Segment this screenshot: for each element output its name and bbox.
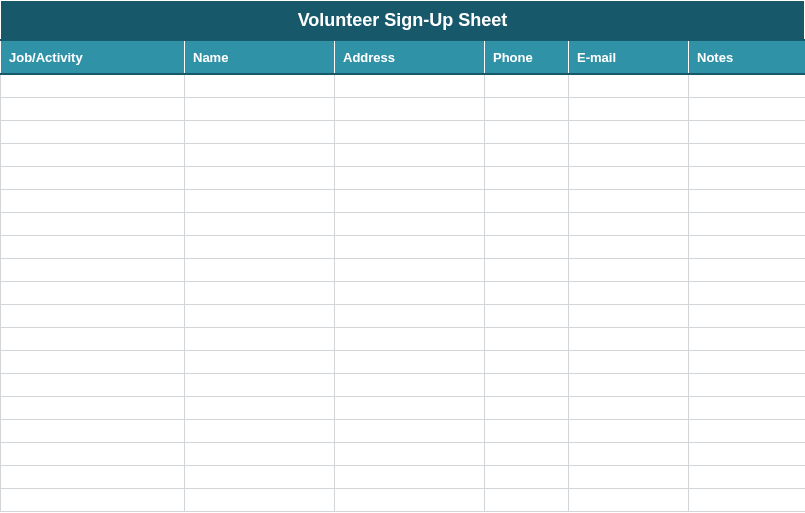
cell-phone[interactable]: [485, 373, 569, 396]
cell-address[interactable]: [335, 258, 485, 281]
cell-name[interactable]: [185, 166, 335, 189]
cell-job[interactable]: [1, 350, 185, 373]
cell-phone[interactable]: [485, 189, 569, 212]
cell-phone[interactable]: [485, 488, 569, 511]
cell-job[interactable]: [1, 97, 185, 120]
cell-address[interactable]: [335, 304, 485, 327]
cell-name[interactable]: [185, 350, 335, 373]
cell-job[interactable]: [1, 396, 185, 419]
cell-notes[interactable]: [689, 212, 806, 235]
cell-job[interactable]: [1, 281, 185, 304]
cell-name[interactable]: [185, 189, 335, 212]
cell-address[interactable]: [335, 212, 485, 235]
cell-address[interactable]: [335, 189, 485, 212]
cell-name[interactable]: [185, 258, 335, 281]
cell-email[interactable]: [569, 258, 689, 281]
cell-address[interactable]: [335, 235, 485, 258]
cell-email[interactable]: [569, 373, 689, 396]
cell-address[interactable]: [335, 97, 485, 120]
cell-notes[interactable]: [689, 120, 806, 143]
cell-notes[interactable]: [689, 327, 806, 350]
cell-phone[interactable]: [485, 327, 569, 350]
cell-address[interactable]: [335, 488, 485, 511]
cell-email[interactable]: [569, 396, 689, 419]
cell-name[interactable]: [185, 74, 335, 97]
cell-name[interactable]: [185, 396, 335, 419]
cell-job[interactable]: [1, 74, 185, 97]
cell-job[interactable]: [1, 465, 185, 488]
cell-job[interactable]: [1, 166, 185, 189]
cell-email[interactable]: [569, 350, 689, 373]
cell-job[interactable]: [1, 327, 185, 350]
cell-notes[interactable]: [689, 97, 806, 120]
cell-name[interactable]: [185, 143, 335, 166]
cell-name[interactable]: [185, 212, 335, 235]
cell-job[interactable]: [1, 419, 185, 442]
cell-name[interactable]: [185, 97, 335, 120]
cell-notes[interactable]: [689, 465, 806, 488]
cell-name[interactable]: [185, 465, 335, 488]
cell-phone[interactable]: [485, 304, 569, 327]
cell-phone[interactable]: [485, 74, 569, 97]
cell-phone[interactable]: [485, 442, 569, 465]
cell-job[interactable]: [1, 488, 185, 511]
cell-address[interactable]: [335, 74, 485, 97]
cell-address[interactable]: [335, 281, 485, 304]
cell-job[interactable]: [1, 189, 185, 212]
cell-address[interactable]: [335, 465, 485, 488]
cell-phone[interactable]: [485, 143, 569, 166]
cell-email[interactable]: [569, 120, 689, 143]
cell-name[interactable]: [185, 419, 335, 442]
cell-job[interactable]: [1, 442, 185, 465]
cell-phone[interactable]: [485, 350, 569, 373]
cell-name[interactable]: [185, 120, 335, 143]
cell-name[interactable]: [185, 488, 335, 511]
cell-email[interactable]: [569, 143, 689, 166]
cell-name[interactable]: [185, 304, 335, 327]
cell-job[interactable]: [1, 235, 185, 258]
cell-job[interactable]: [1, 258, 185, 281]
cell-phone[interactable]: [485, 166, 569, 189]
cell-email[interactable]: [569, 281, 689, 304]
cell-name[interactable]: [185, 281, 335, 304]
cell-address[interactable]: [335, 396, 485, 419]
cell-email[interactable]: [569, 419, 689, 442]
cell-phone[interactable]: [485, 120, 569, 143]
cell-email[interactable]: [569, 74, 689, 97]
cell-notes[interactable]: [689, 235, 806, 258]
cell-email[interactable]: [569, 488, 689, 511]
cell-notes[interactable]: [689, 166, 806, 189]
cell-phone[interactable]: [485, 258, 569, 281]
cell-address[interactable]: [335, 350, 485, 373]
cell-job[interactable]: [1, 304, 185, 327]
cell-notes[interactable]: [689, 442, 806, 465]
cell-notes[interactable]: [689, 143, 806, 166]
cell-notes[interactable]: [689, 258, 806, 281]
cell-email[interactable]: [569, 304, 689, 327]
cell-email[interactable]: [569, 442, 689, 465]
cell-job[interactable]: [1, 120, 185, 143]
cell-phone[interactable]: [485, 419, 569, 442]
cell-address[interactable]: [335, 120, 485, 143]
cell-email[interactable]: [569, 166, 689, 189]
cell-notes[interactable]: [689, 488, 806, 511]
cell-address[interactable]: [335, 166, 485, 189]
cell-email[interactable]: [569, 235, 689, 258]
cell-address[interactable]: [335, 143, 485, 166]
cell-name[interactable]: [185, 373, 335, 396]
cell-notes[interactable]: [689, 189, 806, 212]
cell-job[interactable]: [1, 373, 185, 396]
cell-job[interactable]: [1, 143, 185, 166]
cell-email[interactable]: [569, 465, 689, 488]
cell-notes[interactable]: [689, 350, 806, 373]
cell-phone[interactable]: [485, 212, 569, 235]
cell-name[interactable]: [185, 327, 335, 350]
cell-address[interactable]: [335, 442, 485, 465]
cell-email[interactable]: [569, 212, 689, 235]
cell-notes[interactable]: [689, 74, 806, 97]
cell-name[interactable]: [185, 235, 335, 258]
cell-email[interactable]: [569, 189, 689, 212]
cell-address[interactable]: [335, 327, 485, 350]
cell-notes[interactable]: [689, 281, 806, 304]
cell-job[interactable]: [1, 212, 185, 235]
